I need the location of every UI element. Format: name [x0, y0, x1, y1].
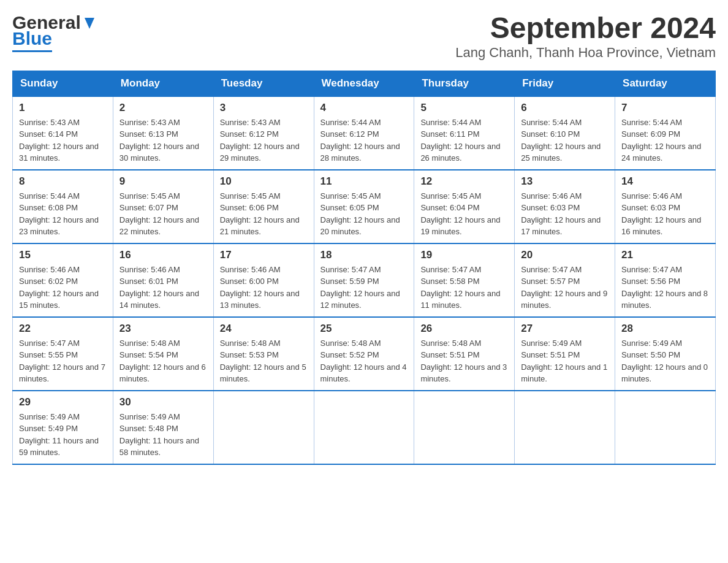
calendar-table: SundayMondayTuesdayWednesdayThursdayFrid…	[12, 71, 716, 465]
day-info: Sunrise: 5:44 AMSunset: 6:11 PMDaylight:…	[420, 117, 508, 164]
day-info: Sunrise: 5:43 AMSunset: 6:13 PMDaylight:…	[119, 117, 207, 164]
day-info: Sunrise: 5:46 AMSunset: 6:02 PMDaylight:…	[19, 264, 107, 312]
day-cell: 25 Sunrise: 5:48 AMSunset: 5:52 PMDaylig…	[314, 317, 414, 391]
day-info: Sunrise: 5:44 AMSunset: 6:10 PMDaylight:…	[521, 117, 609, 164]
day-number: 28	[621, 323, 709, 335]
header-wednesday: Wednesday	[314, 71, 414, 96]
day-cell: 13 Sunrise: 5:46 AMSunset: 6:03 PMDaylig…	[515, 170, 615, 243]
day-info: Sunrise: 5:45 AMSunset: 6:06 PMDaylight:…	[220, 190, 308, 238]
day-cell: 4 Sunrise: 5:44 AMSunset: 6:12 PMDayligh…	[314, 96, 414, 170]
day-cell: 23 Sunrise: 5:48 AMSunset: 5:54 PMDaylig…	[113, 317, 213, 391]
day-cell: 16 Sunrise: 5:46 AMSunset: 6:01 PMDaylig…	[113, 243, 213, 317]
day-number: 13	[521, 175, 609, 188]
day-cell: 17 Sunrise: 5:46 AMSunset: 6:00 PMDaylig…	[213, 243, 314, 317]
day-number: 6	[521, 102, 609, 114]
day-info: Sunrise: 5:48 AMSunset: 5:51 PMDaylight:…	[420, 337, 508, 385]
day-info: Sunrise: 5:49 AMSunset: 5:50 PMDaylight:…	[621, 337, 709, 385]
day-number: 18	[320, 249, 408, 261]
day-info: Sunrise: 5:46 AMSunset: 6:01 PMDaylight:…	[119, 264, 207, 312]
day-number: 21	[621, 249, 709, 261]
day-cell: 1 Sunrise: 5:43 AMSunset: 6:14 PMDayligh…	[13, 96, 113, 170]
day-cell	[414, 391, 515, 464]
day-cell: 8 Sunrise: 5:44 AMSunset: 6:08 PMDayligh…	[13, 170, 113, 243]
day-number: 12	[420, 175, 508, 188]
day-cell: 28 Sunrise: 5:49 AMSunset: 5:50 PMDaylig…	[615, 317, 716, 391]
logo-blue: Blue	[12, 28, 52, 52]
day-cell: 26 Sunrise: 5:48 AMSunset: 5:51 PMDaylig…	[414, 317, 515, 391]
day-cell: 14 Sunrise: 5:46 AMSunset: 6:03 PMDaylig…	[615, 170, 716, 243]
logo: General Blue	[12, 12, 98, 52]
day-number: 5	[420, 102, 508, 114]
day-cell: 18 Sunrise: 5:47 AMSunset: 5:59 PMDaylig…	[314, 243, 414, 317]
day-info: Sunrise: 5:46 AMSunset: 6:03 PMDaylight:…	[521, 190, 609, 238]
day-number: 8	[19, 175, 107, 188]
title-area: September 2024 Lang Chanh, Thanh Hoa Pro…	[455, 12, 716, 61]
day-cell: 2 Sunrise: 5:43 AMSunset: 6:13 PMDayligh…	[113, 96, 213, 170]
day-number: 14	[621, 175, 709, 188]
calendar-subtitle: Lang Chanh, Thanh Hoa Province, Vietnam	[455, 45, 716, 61]
day-info: Sunrise: 5:45 AMSunset: 6:05 PMDaylight:…	[320, 190, 408, 238]
day-cell: 5 Sunrise: 5:44 AMSunset: 6:11 PMDayligh…	[414, 96, 515, 170]
day-cell: 21 Sunrise: 5:47 AMSunset: 5:56 PMDaylig…	[615, 243, 716, 317]
day-cell: 30 Sunrise: 5:49 AMSunset: 5:48 PMDaylig…	[113, 391, 213, 464]
week-row-3: 15 Sunrise: 5:46 AMSunset: 6:02 PMDaylig…	[13, 243, 716, 317]
week-row-2: 8 Sunrise: 5:44 AMSunset: 6:08 PMDayligh…	[13, 170, 716, 243]
day-cell: 29 Sunrise: 5:49 AMSunset: 5:49 PMDaylig…	[13, 391, 113, 464]
day-info: Sunrise: 5:44 AMSunset: 6:12 PMDaylight:…	[320, 117, 408, 164]
day-cell: 19 Sunrise: 5:47 AMSunset: 5:58 PMDaylig…	[414, 243, 515, 317]
day-number: 15	[19, 249, 107, 261]
day-cell: 3 Sunrise: 5:43 AMSunset: 6:12 PMDayligh…	[213, 96, 314, 170]
day-number: 25	[320, 323, 408, 335]
day-number: 16	[119, 249, 207, 261]
logo-icon	[81, 14, 98, 31]
day-number: 23	[119, 323, 207, 335]
day-number: 27	[521, 323, 609, 335]
calendar-title: September 2024	[455, 12, 716, 45]
day-info: Sunrise: 5:48 AMSunset: 5:53 PMDaylight:…	[220, 337, 308, 385]
header-tuesday: Tuesday	[213, 71, 314, 96]
day-number: 24	[220, 323, 308, 335]
week-row-5: 29 Sunrise: 5:49 AMSunset: 5:49 PMDaylig…	[13, 391, 716, 464]
day-cell	[314, 391, 414, 464]
day-number: 19	[420, 249, 508, 261]
day-cell	[213, 391, 314, 464]
day-info: Sunrise: 5:49 AMSunset: 5:49 PMDaylight:…	[19, 411, 107, 459]
day-number: 26	[420, 323, 508, 335]
calendar-header-row: SundayMondayTuesdayWednesdayThursdayFrid…	[13, 71, 716, 96]
day-cell	[515, 391, 615, 464]
header-thursday: Thursday	[414, 71, 515, 96]
day-info: Sunrise: 5:43 AMSunset: 6:12 PMDaylight:…	[220, 117, 308, 164]
day-cell: 15 Sunrise: 5:46 AMSunset: 6:02 PMDaylig…	[13, 243, 113, 317]
week-row-1: 1 Sunrise: 5:43 AMSunset: 6:14 PMDayligh…	[13, 96, 716, 170]
day-info: Sunrise: 5:44 AMSunset: 6:08 PMDaylight:…	[19, 190, 107, 238]
day-info: Sunrise: 5:47 AMSunset: 5:59 PMDaylight:…	[320, 264, 408, 312]
week-row-4: 22 Sunrise: 5:47 AMSunset: 5:55 PMDaylig…	[13, 317, 716, 391]
day-number: 3	[220, 102, 308, 114]
day-info: Sunrise: 5:45 AMSunset: 6:07 PMDaylight:…	[119, 190, 207, 238]
day-number: 30	[119, 396, 207, 408]
day-number: 22	[19, 323, 107, 335]
day-info: Sunrise: 5:46 AMSunset: 6:03 PMDaylight:…	[621, 190, 709, 238]
day-cell: 9 Sunrise: 5:45 AMSunset: 6:07 PMDayligh…	[113, 170, 213, 243]
day-cell: 7 Sunrise: 5:44 AMSunset: 6:09 PMDayligh…	[615, 96, 716, 170]
day-info: Sunrise: 5:47 AMSunset: 5:56 PMDaylight:…	[621, 264, 709, 312]
day-number: 29	[19, 396, 107, 408]
svg-marker-0	[85, 18, 94, 29]
day-cell: 27 Sunrise: 5:49 AMSunset: 5:51 PMDaylig…	[515, 317, 615, 391]
day-cell: 20 Sunrise: 5:47 AMSunset: 5:57 PMDaylig…	[515, 243, 615, 317]
day-info: Sunrise: 5:44 AMSunset: 6:09 PMDaylight:…	[621, 117, 709, 164]
day-info: Sunrise: 5:48 AMSunset: 5:52 PMDaylight:…	[320, 337, 408, 385]
day-number: 17	[220, 249, 308, 261]
day-number: 1	[19, 102, 107, 114]
day-info: Sunrise: 5:47 AMSunset: 5:58 PMDaylight:…	[420, 264, 508, 312]
day-cell: 24 Sunrise: 5:48 AMSunset: 5:53 PMDaylig…	[213, 317, 314, 391]
day-cell: 12 Sunrise: 5:45 AMSunset: 6:04 PMDaylig…	[414, 170, 515, 243]
day-number: 7	[621, 102, 709, 114]
header-monday: Monday	[113, 71, 213, 96]
header-friday: Friday	[515, 71, 615, 96]
day-info: Sunrise: 5:47 AMSunset: 5:55 PMDaylight:…	[19, 337, 107, 385]
header-sunday: Sunday	[13, 71, 113, 96]
day-info: Sunrise: 5:49 AMSunset: 5:51 PMDaylight:…	[521, 337, 609, 385]
day-info: Sunrise: 5:48 AMSunset: 5:54 PMDaylight:…	[119, 337, 207, 385]
day-info: Sunrise: 5:43 AMSunset: 6:14 PMDaylight:…	[19, 117, 107, 164]
